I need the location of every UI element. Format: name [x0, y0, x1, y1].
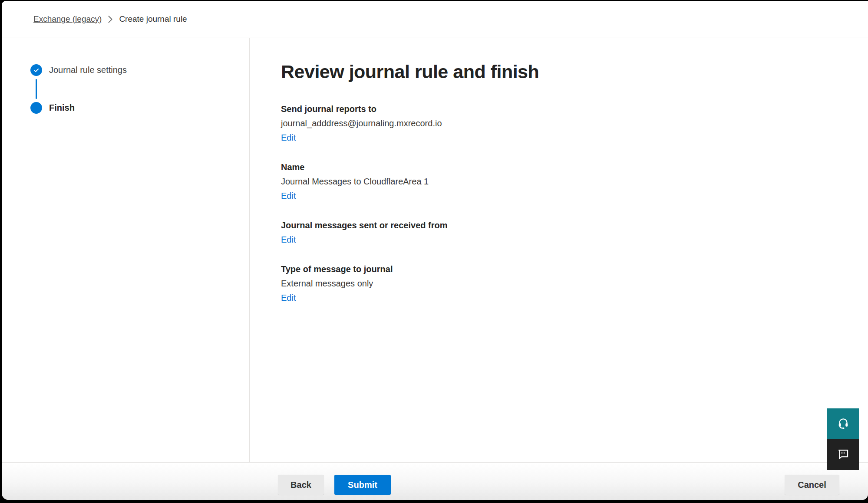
edit-message-type-link[interactable]: Edit	[281, 292, 296, 303]
submit-button[interactable]: Submit	[334, 475, 391, 495]
breadcrumb-exchange-legacy[interactable]: Exchange (legacy)	[33, 14, 102, 24]
edit-name-link[interactable]: Edit	[281, 190, 296, 201]
feedback-button[interactable]	[827, 439, 859, 470]
breadcrumb-bar: Exchange (legacy) Create journal rule	[2, 1, 868, 37]
wizard-steps-sidebar: Journal rule settings Finish	[2, 38, 250, 462]
edit-journal-messages-scope-link[interactable]: Edit	[281, 234, 296, 245]
review-panel: Review journal rule and finish Send jour…	[250, 38, 868, 462]
support-button[interactable]	[827, 408, 859, 439]
step-connector-line	[36, 79, 37, 99]
back-button[interactable]: Back	[278, 475, 324, 495]
page-title: Review journal rule and finish	[281, 59, 842, 84]
section-label: Name	[281, 161, 842, 173]
section-value: Journal Messages to CloudflareArea 1	[281, 176, 842, 187]
breadcrumb: Exchange (legacy) Create journal rule	[33, 14, 187, 24]
chevron-right-icon	[108, 16, 113, 23]
review-section-send-journal-reports-to: Send journal reports to journal_adddress…	[281, 103, 842, 143]
review-section-journal-messages-scope: Journal messages sent or received from E…	[281, 220, 842, 245]
step-completed-check-icon	[30, 64, 42, 76]
review-section-message-type: Type of message to journal External mess…	[281, 263, 842, 303]
section-value: journal_adddress@journaling.mxrecord.io	[281, 118, 842, 129]
section-value: External messages only	[281, 278, 842, 289]
wizard-footer: Back Submit Cancel	[2, 462, 868, 500]
breadcrumb-current-page: Create journal rule	[119, 14, 187, 24]
wizard-body: Journal rule settings Finish Review jour…	[2, 38, 868, 462]
step-current-dot-icon	[30, 102, 42, 114]
section-label: Send journal reports to	[281, 103, 842, 115]
cancel-button[interactable]: Cancel	[785, 475, 839, 495]
review-section-name: Name Journal Messages to CloudflareArea …	[281, 161, 842, 201]
section-label: Journal messages sent or received from	[281, 220, 842, 231]
step-label-journal-rule-settings: Journal rule settings	[49, 64, 127, 76]
app-window: Exchange (legacy) Create journal rule Jo…	[2, 1, 868, 500]
headset-icon	[837, 417, 850, 431]
edit-send-journal-reports-link[interactable]: Edit	[281, 132, 296, 143]
help-widgets	[827, 408, 859, 470]
wizard-step-journal-rule-settings[interactable]: Journal rule settings	[30, 64, 127, 76]
step-label-finish: Finish	[49, 102, 75, 114]
section-label: Type of message to journal	[281, 263, 842, 275]
chat-icon	[837, 447, 850, 462]
wizard-step-finish[interactable]: Finish	[30, 102, 75, 114]
